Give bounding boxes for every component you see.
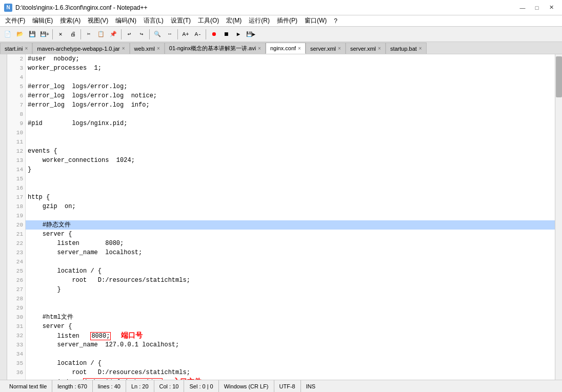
line-num-3: 3	[7, 64, 25, 73]
toolbar-sep4	[149, 29, 150, 39]
toolbar-copy[interactable]: 📋	[95, 29, 107, 40]
status-sel: Sel : 0 | 0	[184, 380, 218, 392]
toolbar-macro-save[interactable]: 💾▶	[245, 29, 256, 40]
line-num-18: 18	[7, 202, 25, 211]
menu-item-o[interactable]: 工具(O)	[195, 15, 222, 26]
menu-item-m[interactable]: 宏(M)	[223, 15, 245, 26]
line-num-4: 4	[7, 73, 25, 82]
line-num-10: 10	[7, 128, 25, 137]
line-num-19: 19	[7, 211, 25, 220]
vertical-scrollbar[interactable]	[555, 54, 562, 380]
toolbar-macro-record[interactable]: ⏺	[208, 29, 219, 40]
menu-item-v[interactable]: 视图(V)	[85, 15, 111, 26]
toolbar-save[interactable]: 💾	[27, 29, 38, 40]
line-num-25: 25	[7, 266, 25, 276]
code-line-19	[26, 211, 555, 220]
toolbar-open[interactable]: 📂	[14, 29, 26, 40]
code-line-24	[26, 257, 555, 266]
line-num-9: 9	[7, 119, 25, 128]
menubar: 文件(F)编辑(E)搜索(A)视图(V)编码(N)语言(L)设置(T)工具(O)…	[0, 15, 562, 27]
toolbar-replace[interactable]: ↔	[164, 29, 175, 40]
tab-0[interactable]: start.ini×	[0, 43, 32, 54]
toolbar-zoom-out[interactable]: A-	[192, 29, 204, 40]
toolbar-redo[interactable]: ↪	[136, 29, 147, 40]
code-line-7: #error_log logs/error.log info;	[26, 100, 555, 110]
tab-label-4: nginx.conf	[270, 45, 296, 51]
menu-item-w[interactable]: 窗口(W)	[302, 15, 330, 26]
toolbar-macro-stop[interactable]: ⏹	[220, 29, 232, 40]
maximize-button[interactable]: □	[530, 2, 544, 13]
toolbar-sep1	[52, 29, 53, 39]
toolbar-save-all[interactable]: 💾+	[39, 29, 50, 40]
status-ln: Ln : 20	[126, 380, 154, 392]
code-line-10	[26, 128, 555, 137]
left-margin	[0, 54, 7, 380]
tab-1[interactable]: maven-archetype-webapp-1.0.jar×	[32, 43, 129, 54]
tab-close-7[interactable]: ×	[419, 46, 422, 51]
toolbar-print[interactable]: 🖨	[67, 29, 78, 40]
code-line-4	[26, 73, 555, 82]
tab-close-4[interactable]: ×	[298, 46, 301, 51]
code-line-3: worker_processes 1;	[26, 64, 555, 73]
code-line-12: events {	[26, 147, 555, 156]
code-line-8	[26, 110, 555, 119]
titlebar-left: N D:\tools\nginx-1.6.3\conf\nginx.conf -…	[4, 4, 148, 12]
line-num-27: 27	[7, 285, 25, 294]
toolbar-close[interactable]: ✕	[55, 29, 66, 40]
line-num-34: 34	[7, 349, 25, 359]
menu-item-f[interactable]: 文件(F)	[2, 15, 28, 26]
menu-item-[interactable]: ?	[331, 16, 340, 26]
scroll-thumb[interactable]	[556, 56, 562, 97]
tab-close-3[interactable]: ×	[258, 46, 261, 51]
toolbar-zoom-in[interactable]: A+	[180, 29, 191, 40]
toolbar-undo[interactable]: ↩	[124, 29, 135, 40]
code-line-2: #user nobody;	[26, 54, 555, 64]
status-ins: INS	[301, 380, 320, 392]
toolbar-paste[interactable]: 📌	[108, 29, 119, 40]
line-num-14: 14	[7, 165, 25, 174]
menu-item-a[interactable]: 搜索(A)	[57, 15, 84, 26]
tab-6[interactable]: server.xml×	[346, 43, 386, 54]
tab-label-0: start.ini	[5, 46, 23, 52]
tab-7[interactable]: startup.bat×	[386, 43, 427, 54]
tab-close-6[interactable]: ×	[378, 46, 381, 51]
line-num-36: 36	[7, 368, 25, 377]
code-line-18: gzip on;	[26, 202, 555, 211]
toolbar-new[interactable]: 📄	[2, 29, 13, 40]
close-button[interactable]: ✕	[545, 2, 558, 13]
app-icon: N	[4, 4, 12, 12]
code-line-30: #html文件	[26, 313, 555, 322]
status-charset: UTF-8	[274, 380, 301, 392]
code-line-15	[26, 174, 555, 183]
menu-item-p[interactable]: 插件(P)	[274, 15, 300, 26]
titlebar: N D:\tools\nginx-1.6.3\conf\nginx.conf -…	[0, 0, 562, 15]
tab-4[interactable]: nginx.conf×	[266, 43, 306, 54]
code-line-37: index index.html index.htm;入口文件	[26, 377, 555, 380]
toolbar-macro-play[interactable]: ▶	[233, 29, 244, 40]
menu-item-l[interactable]: 语言(L)	[140, 15, 167, 26]
menu-item-r[interactable]: 运行(R)	[246, 15, 273, 26]
tab-5[interactable]: server.xml×	[306, 43, 346, 54]
line-num-35: 35	[7, 359, 25, 368]
menu-item-t[interactable]: 设置(T)	[168, 15, 194, 26]
tab-close-5[interactable]: ×	[338, 46, 341, 51]
minimize-button[interactable]: —	[516, 2, 529, 13]
code-line-13: worker_connections 1024;	[26, 156, 555, 165]
tab-close-1[interactable]: ×	[122, 46, 125, 51]
tab-close-0[interactable]: ×	[25, 46, 28, 51]
tab-close-2[interactable]: ×	[157, 46, 160, 51]
menu-item-e[interactable]: 编辑(E)	[29, 15, 56, 26]
code-line-14: }	[26, 165, 555, 174]
tab-2[interactable]: web.xml×	[130, 43, 165, 54]
tab-3[interactable]: 01-nginx概念的基本讲解第一讲.avi×	[165, 43, 266, 54]
toolbar-cut[interactable]: ✂	[83, 29, 94, 40]
menu-item-n[interactable]: 编码(N)	[112, 15, 139, 26]
line-num-21: 21	[7, 230, 25, 239]
line-num-29: 29	[7, 303, 25, 313]
toolbar-find[interactable]: 🔍	[152, 29, 163, 40]
line-num-5: 5	[7, 82, 25, 91]
code-line-27: }	[26, 285, 555, 294]
code-line-26: root D:/resources/statichtmls;	[26, 276, 555, 285]
line-num-33: 33	[7, 340, 25, 349]
code-area[interactable]: #user nobody;worker_processes 1;#error_l…	[26, 54, 555, 380]
